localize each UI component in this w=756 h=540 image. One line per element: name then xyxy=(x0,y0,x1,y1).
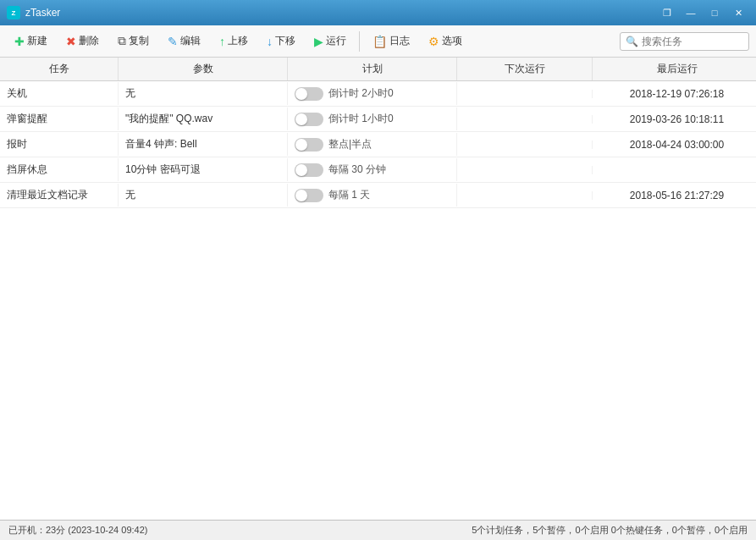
task-summary: 5个计划任务，5个暂停，0个启用 0个热键任务，0个暂停，0个启用 xyxy=(472,524,748,537)
schedule-label: 每隔 30 分钟 xyxy=(328,163,386,177)
schedule-toggle[interactable] xyxy=(295,163,323,177)
cell-task-name: 挡屏休息 xyxy=(0,158,119,181)
window-controls: ❐ — □ ✕ xyxy=(656,4,749,21)
cell-next-run xyxy=(457,115,593,124)
schedule-label: 倒计时 1小时0 xyxy=(328,112,394,126)
cell-schedule: 倒计时 1小时0 xyxy=(288,107,457,130)
run-label: 运行 xyxy=(326,34,346,48)
copy-label: 复制 xyxy=(129,34,149,48)
cell-schedule: 每隔 1 天 xyxy=(288,184,457,207)
copy-button[interactable]: ⧉ 复制 xyxy=(110,30,157,52)
schedule-toggle[interactable] xyxy=(295,113,323,126)
options-button[interactable]: ⚙ 选项 xyxy=(421,30,470,52)
cell-task-name: 关机 xyxy=(0,82,119,105)
cell-last-run: 2019-03-26 10:18:11 xyxy=(593,109,756,129)
cell-params: "我的提醒" QQ.wav xyxy=(119,107,288,130)
col-params: 参数 xyxy=(119,58,288,80)
new-button[interactable]: ✚ 新建 xyxy=(7,30,55,52)
table-row[interactable]: 报时 音量4 钟声: Bell 整点|半点 2018-04-24 03:00:0… xyxy=(0,132,756,157)
col-last-run: 最后运行 xyxy=(593,58,756,80)
cell-last-run: 2018-12-19 07:26:18 xyxy=(593,84,756,104)
up-button[interactable]: ↑ 上移 xyxy=(212,30,256,52)
down-button[interactable]: ↓ 下移 xyxy=(259,30,303,52)
cell-params: 音量4 钟声: Bell xyxy=(119,133,288,156)
new-icon: ✚ xyxy=(14,35,25,48)
svg-text:Z: Z xyxy=(12,9,16,17)
cell-schedule: 整点|半点 xyxy=(288,133,457,156)
cell-next-run xyxy=(457,90,593,98)
col-schedule: 计划 xyxy=(288,58,457,80)
table-row[interactable]: 清理最近文档记录 无 每隔 1 天 2018-05-16 21:27:29 无 xyxy=(0,183,756,208)
schedule-label: 每隔 1 天 xyxy=(328,188,370,202)
title-bar-left: Z zTasker xyxy=(7,6,60,19)
col-task: 任务 xyxy=(0,58,119,80)
schedule-label: 倒计时 2小时0 xyxy=(328,86,394,101)
title-bar: Z zTasker ❐ — □ ✕ xyxy=(0,0,756,25)
up-label: 上移 xyxy=(228,34,248,48)
cell-next-run xyxy=(457,166,593,174)
app-title: zTasker xyxy=(25,7,60,19)
cell-last-run: 2018-05-16 21:27:29 xyxy=(593,185,756,206)
run-icon: ▶ xyxy=(314,35,323,48)
cell-last-run: 2018-04-24 03:00:00 xyxy=(593,135,756,155)
cell-task-name: 弹窗提醒 xyxy=(0,107,119,130)
table-row[interactable]: 挡屏休息 10分钟 密码可退 每隔 30 分钟 无 xyxy=(0,157,756,183)
boot-time: 已开机：23分 (2023-10-24 09:42) xyxy=(8,524,147,537)
close-button[interactable]: ✕ xyxy=(727,4,749,21)
cell-schedule: 每隔 30 分钟 xyxy=(288,158,457,181)
table-row[interactable]: 弹窗提醒 "我的提醒" QQ.wav 倒计时 1小时0 2019-03-26 1… xyxy=(0,107,756,132)
schedule-toggle[interactable] xyxy=(295,138,323,152)
options-icon: ⚙ xyxy=(428,35,439,48)
options-label: 选项 xyxy=(442,34,462,48)
cell-params: 无 xyxy=(119,184,288,207)
delete-label: 删除 xyxy=(79,34,99,48)
toolbar-separator xyxy=(359,31,360,52)
column-headers: 任务 参数 计划 下次运行 最后运行 热键 xyxy=(0,58,756,81)
cell-next-run xyxy=(457,141,593,149)
schedule-toggle[interactable] xyxy=(295,189,323,202)
run-button[interactable]: ▶ 运行 xyxy=(306,30,354,52)
cell-last-run xyxy=(593,166,756,174)
edit-icon: ✎ xyxy=(168,35,178,48)
search-input[interactable] xyxy=(642,36,743,47)
col-next-run: 下次运行 xyxy=(457,58,593,80)
app-icon: Z xyxy=(7,6,20,19)
toolbar: ✚ 新建 ✖ 删除 ⧉ 复制 ✎ 编辑 ↑ 上移 ↓ 下移 ▶ 运行 📋 日志 … xyxy=(0,25,756,58)
copy-icon: ⧉ xyxy=(118,34,126,48)
status-bar: 已开机：23分 (2023-10-24 09:42) 5个计划任务，5个暂停，0… xyxy=(0,520,756,540)
schedule-label: 整点|半点 xyxy=(328,137,372,152)
new-label: 新建 xyxy=(27,34,47,48)
cell-params: 10分钟 密码可退 xyxy=(119,158,288,181)
delete-icon: ✖ xyxy=(66,35,76,48)
search-box[interactable]: 🔍 xyxy=(620,32,749,51)
cell-schedule: 倒计时 2小时0 xyxy=(288,82,457,105)
task-table: 关机 无 倒计时 2小时0 2018-12-19 07:26:18 无 弹窗提醒… xyxy=(0,81,756,520)
edit-label: 编辑 xyxy=(180,34,201,48)
log-icon: 📋 xyxy=(372,35,387,48)
schedule-toggle[interactable] xyxy=(295,87,323,101)
down-label: 下移 xyxy=(275,34,295,48)
maximize-button[interactable]: □ xyxy=(704,4,726,21)
edit-button[interactable]: ✎ 编辑 xyxy=(160,30,208,52)
restore-button[interactable]: ❐ xyxy=(656,4,678,21)
cell-params: 无 xyxy=(119,82,288,105)
cell-task-name: 清理最近文档记录 xyxy=(0,184,119,207)
delete-button[interactable]: ✖ 删除 xyxy=(58,30,107,52)
down-icon: ↓ xyxy=(267,35,273,48)
search-icon: 🔍 xyxy=(626,36,638,47)
minimize-button[interactable]: — xyxy=(680,4,702,21)
table-row[interactable]: 关机 无 倒计时 2小时0 2018-12-19 07:26:18 无 xyxy=(0,81,756,107)
log-button[interactable]: 📋 日志 xyxy=(365,30,417,52)
log-label: 日志 xyxy=(389,34,410,48)
up-icon: ↑ xyxy=(219,35,225,48)
cell-task-name: 报时 xyxy=(0,133,119,156)
cell-next-run xyxy=(457,191,593,200)
